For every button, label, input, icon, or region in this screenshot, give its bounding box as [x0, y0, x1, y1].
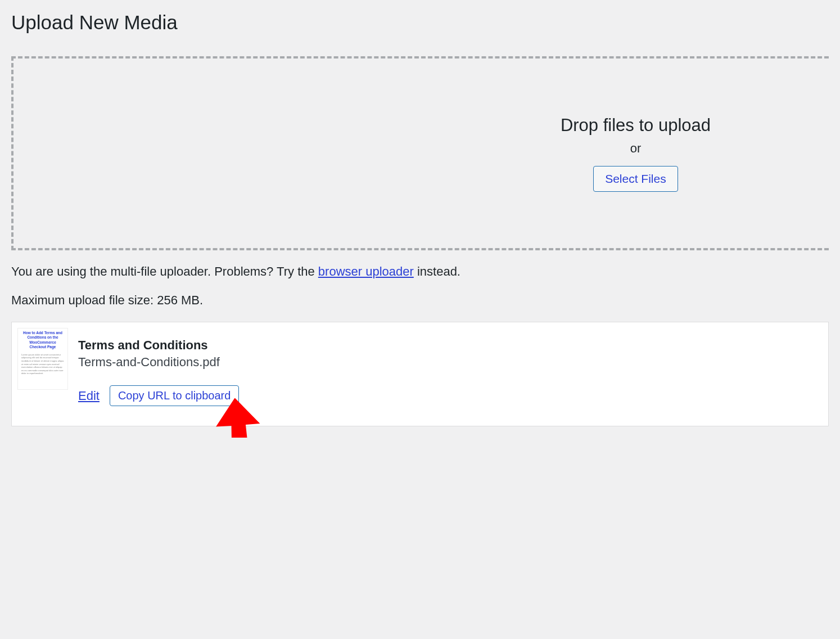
media-details: Terms and Conditions Terms-and-Condition… [78, 328, 823, 406]
thumbnail-heading: How to Add Terms and Conditions on the W… [21, 331, 64, 350]
page-title: Upload New Media [11, 11, 829, 34]
max-upload-size-text: Maximum upload file size: 256 MB. [11, 293, 829, 308]
dropzone-content: Drop files to upload or Select Files [561, 115, 711, 192]
dropzone-heading: Drop files to upload [561, 115, 711, 136]
media-filename: Terms-and-Conditions.pdf [78, 355, 823, 370]
edit-link[interactable]: Edit [78, 389, 100, 403]
thumbnail-body: Lorem ipsum dolor sit amet consectetur a… [21, 353, 64, 375]
media-actions: Edit Copy URL to clipboard [78, 385, 823, 406]
media-title: Terms and Conditions [78, 338, 823, 353]
uploaded-media-item: How to Add Terms and Conditions on the W… [11, 322, 829, 426]
info-text-before: You are using the multi-file uploader. P… [11, 264, 318, 278]
browser-uploader-link[interactable]: browser uploader [318, 264, 414, 278]
upload-dropzone[interactable]: Drop files to upload or Select Files [11, 56, 829, 250]
copy-url-button[interactable]: Copy URL to clipboard [110, 385, 239, 406]
info-text-after: instead. [414, 264, 460, 278]
dropzone-or-text: or [561, 141, 711, 156]
uploader-info-text: You are using the multi-file uploader. P… [11, 264, 829, 279]
media-thumbnail: How to Add Terms and Conditions on the W… [17, 328, 68, 390]
select-files-button[interactable]: Select Files [593, 166, 678, 192]
